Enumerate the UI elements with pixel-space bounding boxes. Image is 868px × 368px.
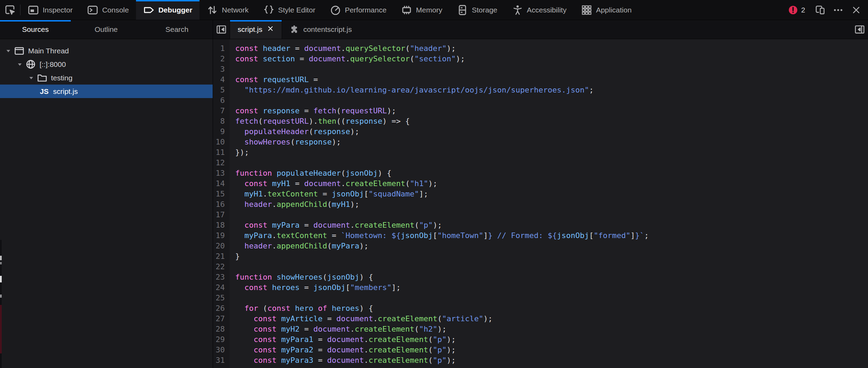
line-number[interactable]: 21 xyxy=(213,251,230,262)
js-file-icon: JS xyxy=(39,86,49,96)
code-text[interactable]: const myPara1 = document.createElement("… xyxy=(230,334,456,345)
line-number[interactable]: 18 xyxy=(213,220,230,230)
line-number[interactable]: 24 xyxy=(213,282,230,293)
line-number[interactable]: 5 xyxy=(213,85,230,95)
line-number[interactable]: 19 xyxy=(213,230,230,241)
code-text[interactable]: fetch(requestURL).then((response) => { xyxy=(230,116,410,126)
code-text[interactable]: const response = fetch(requestURL); xyxy=(230,106,396,116)
code-text[interactable]: const myH1 = document.createElement("h1"… xyxy=(230,178,437,189)
line-number[interactable]: 3 xyxy=(213,64,230,75)
code-text[interactable] xyxy=(230,210,235,220)
code-text[interactable] xyxy=(230,64,235,75)
code-text[interactable]: const header = document.querySelector("h… xyxy=(230,43,456,54)
line-number[interactable]: 25 xyxy=(213,293,230,303)
chevron-down-icon[interactable] xyxy=(16,61,23,68)
line-number[interactable]: 27 xyxy=(213,314,230,324)
tree-item-testing[interactable]: testing xyxy=(0,71,213,85)
sidebar-tab-outline[interactable]: Outline xyxy=(71,20,142,39)
line-number[interactable]: 10 xyxy=(213,137,230,147)
source-tab-script-js[interactable]: script.js xyxy=(230,20,282,39)
line-number[interactable]: 13 xyxy=(213,168,230,178)
token-variable: fetch xyxy=(235,117,258,125)
line-number[interactable]: 1 xyxy=(213,43,230,54)
line-number[interactable]: 8 xyxy=(213,116,230,126)
line-number[interactable]: 6 xyxy=(213,95,230,106)
line-number[interactable]: 31 xyxy=(213,355,230,366)
line-number[interactable]: 2 xyxy=(213,54,230,64)
code-text[interactable] xyxy=(230,262,235,272)
responsive-design-button[interactable] xyxy=(811,0,829,20)
expand-debugger-panes-button[interactable] xyxy=(851,20,868,39)
tree-item-main-thread[interactable]: Main Thread xyxy=(0,44,213,58)
source-tab-contentscript-js[interactable]: contentscript.js xyxy=(282,20,359,39)
line-number[interactable]: 23 xyxy=(213,272,230,282)
code-text[interactable]: }); xyxy=(230,147,249,158)
line-number[interactable]: 30 xyxy=(213,345,230,355)
more-menu-button[interactable] xyxy=(829,0,847,20)
code-text[interactable]: header.appendChild(myH1); xyxy=(230,199,359,210)
tab-console[interactable]: Console xyxy=(80,0,136,20)
code-text[interactable]: const requestURL = xyxy=(230,75,318,85)
code-text[interactable] xyxy=(230,293,235,303)
code-text[interactable]: header.appendChild(myPara); xyxy=(230,241,368,251)
code-text[interactable]: myH1.textContent = jsonObj["squadName"]; xyxy=(230,189,428,199)
line-number[interactable]: 15 xyxy=(213,189,230,199)
code-text[interactable]: myPara.textContent = `Hometown: ${jsonOb… xyxy=(230,230,649,241)
code-text[interactable]: const myArticle = document.createElement… xyxy=(230,314,493,324)
tab-storage[interactable]: Storage xyxy=(450,0,505,20)
line-number[interactable]: 28 xyxy=(213,324,230,334)
tab-style-editor[interactable]: Style Editor xyxy=(256,0,323,20)
sidebar-tab-sources[interactable]: Sources xyxy=(0,20,71,39)
line-number[interactable]: 22 xyxy=(213,262,230,272)
line-number[interactable]: 12 xyxy=(213,158,230,168)
element-picker-button[interactable] xyxy=(0,0,20,20)
code-editor[interactable]: 1const header = document.querySelector("… xyxy=(213,39,868,368)
error-count-badge[interactable]: 2 xyxy=(783,5,811,15)
tree-item-8000[interactable]: [::]:8000 xyxy=(0,58,213,71)
code-text[interactable]: "https://mdn.github.io/learning-area/jav… xyxy=(230,85,594,95)
tab-debugger[interactable]: Debugger xyxy=(136,0,199,20)
sidebar-tab-search[interactable]: Search xyxy=(142,20,212,39)
tab-performance[interactable]: Performance xyxy=(323,0,394,20)
code-text[interactable]: showHeroes(response); xyxy=(230,137,341,147)
token-string: "homeTown" xyxy=(437,231,483,240)
line-number[interactable]: 9 xyxy=(213,126,230,137)
code-text[interactable]: populateHeader(response); xyxy=(230,126,359,137)
code-text[interactable] xyxy=(230,158,235,168)
token-plain: ; xyxy=(644,231,649,240)
line-number[interactable]: 29 xyxy=(213,334,230,345)
close-devtools-button[interactable] xyxy=(847,0,865,20)
chevron-down-icon[interactable] xyxy=(28,75,35,81)
code-text[interactable]: for (const hero of heroes) { xyxy=(230,303,373,314)
tab-label: Inspector xyxy=(43,6,73,14)
collapse-sources-panel-button[interactable] xyxy=(213,20,230,39)
line-number[interactable]: 4 xyxy=(213,75,230,85)
code-text[interactable] xyxy=(230,95,235,106)
line-number[interactable]: 26 xyxy=(213,303,230,314)
line-number[interactable]: 17 xyxy=(213,210,230,220)
tab-inspector[interactable]: Inspector xyxy=(20,0,80,20)
code-text[interactable]: const myPara2 = document.createElement("… xyxy=(230,345,456,355)
token-property: then xyxy=(318,117,336,125)
code-text[interactable]: const myPara3 = document.createElement("… xyxy=(230,355,456,366)
line-number[interactable]: 16 xyxy=(213,199,230,210)
close-tab-button[interactable] xyxy=(267,25,274,34)
tab-application[interactable]: Application xyxy=(574,0,639,20)
token-definition: myArticle xyxy=(281,314,322,323)
code-text[interactable]: const myH2 = document.createElement("h2"… xyxy=(230,324,446,334)
tab-network[interactable]: Network xyxy=(199,0,256,20)
code-text[interactable]: function showHeroes(jsonObj) { xyxy=(230,272,373,282)
code-text[interactable]: const section = document.querySelector("… xyxy=(230,54,465,64)
tree-item-script-js[interactable]: JSscript.js xyxy=(0,85,213,98)
line-number[interactable]: 20 xyxy=(213,241,230,251)
code-text[interactable]: const heroes = jsonObj["members"]; xyxy=(230,282,401,293)
line-number[interactable]: 14 xyxy=(213,178,230,189)
line-number[interactable]: 11 xyxy=(213,147,230,158)
chevron-down-icon[interactable] xyxy=(5,47,12,54)
code-text[interactable]: function populateHeader(jsonObj) { xyxy=(230,168,391,178)
code-text[interactable]: } xyxy=(230,251,240,262)
line-number[interactable]: 7 xyxy=(213,106,230,116)
tab-accessibility[interactable]: Accessibility xyxy=(505,0,574,20)
code-text[interactable]: const myPara = document.createElement("p… xyxy=(230,220,442,230)
tab-memory[interactable]: Memory xyxy=(394,0,450,20)
